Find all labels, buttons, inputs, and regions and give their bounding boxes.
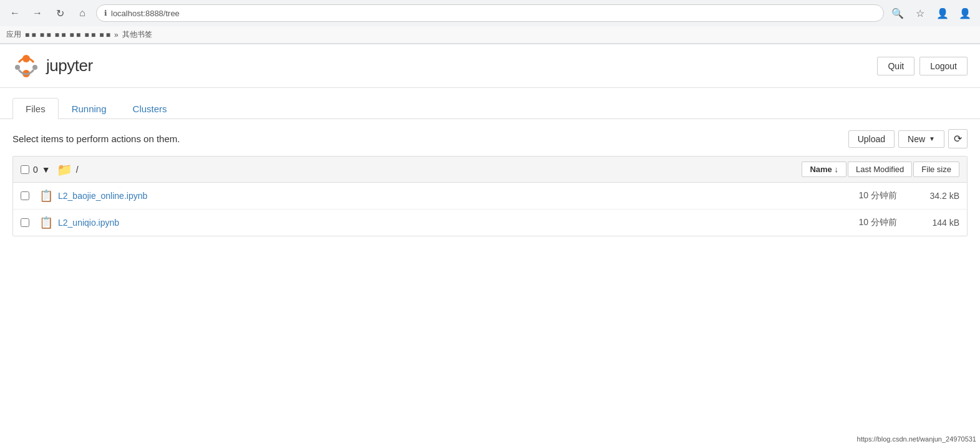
refresh-icon: ⟳: [954, 133, 962, 144]
path-area: 📁 /: [57, 162, 802, 177]
bookmark-icon[interactable]: ☆: [911, 4, 929, 22]
bookmark-5: ■ ■: [84, 31, 95, 39]
file-list-header-row: 0 ▼ 📁 / Name ↓ Last Modified File size: [13, 157, 967, 183]
svg-point-2: [15, 65, 20, 70]
bookmark-other: 其他书签: [122, 29, 152, 40]
sort-name-icon: ↓: [834, 165, 838, 174]
bookmarks-bar: 应用 ■ ■ ■ ■ ■ ■ ■ ■ ■ ■ ■ ■ » 其他书签: [0, 26, 980, 44]
browser-toolbar: ← → ↻ ⌂ ℹ localhost:8888/tree 🔍 ☆ 👤 👤: [0, 0, 980, 26]
sort-buttons: Name ↓ Last Modified File size: [802, 162, 959, 177]
bookmark-3: ■ ■: [55, 31, 66, 39]
upload-button[interactable]: Upload: [848, 130, 895, 148]
file-count: 0: [33, 165, 38, 175]
browser-chrome: ← → ↻ ⌂ ℹ localhost:8888/tree 🔍 ☆ 👤 👤 应用…: [0, 0, 980, 44]
home-button[interactable]: ⌂: [74, 4, 91, 22]
header-check-area: 0 ▼: [21, 165, 51, 175]
bookmark-1: ■ ■: [25, 31, 36, 39]
jupyter-header: jupyter Quit Logout: [0, 44, 980, 88]
address-bar[interactable]: ℹ localhost:8888/tree: [96, 4, 884, 22]
table-row: 📋 L2_uniqio.ipynb 10 分钟前 144 kB: [13, 210, 967, 236]
back-button[interactable]: ←: [6, 4, 24, 22]
svg-point-3: [32, 65, 37, 70]
jupyter-logo-icon: [12, 52, 40, 80]
file-modified-1: 10 分钟前: [785, 190, 897, 201]
forward-button[interactable]: →: [29, 4, 46, 22]
lock-icon: ℹ: [104, 9, 107, 17]
logout-button[interactable]: Logout: [919, 57, 968, 75]
select-info: Select items to perform actions on them.: [12, 133, 180, 144]
bookmark-2: ■ ■: [40, 31, 51, 39]
bookmark-apps: 应用: [6, 29, 21, 40]
file-browser: Select items to perform actions on them.…: [0, 119, 980, 246]
file-name-2[interactable]: L2_uniqio.ipynb: [58, 218, 785, 228]
search-icon[interactable]: 🔍: [889, 4, 906, 22]
notebook-icon-1: 📋: [39, 189, 53, 203]
folder-icon: 📁: [57, 162, 72, 177]
quit-button[interactable]: Quit: [877, 57, 915, 75]
tab-clusters[interactable]: Clusters: [120, 98, 180, 119]
sort-size-button[interactable]: File size: [913, 162, 959, 177]
refresh-button[interactable]: ⟳: [948, 129, 968, 148]
tabs-container: Files Running Clusters: [0, 88, 980, 119]
file-list: 0 ▼ 📁 / Name ↓ Last Modified File size 📋…: [12, 156, 968, 236]
sort-modified-button[interactable]: Last Modified: [848, 162, 912, 177]
sort-name-button[interactable]: Name ↓: [802, 162, 847, 177]
file-checkbox-1[interactable]: [21, 191, 29, 200]
file-checkbox-2[interactable]: [21, 218, 29, 227]
file-modified-2: 10 分钟前: [785, 217, 897, 228]
url-text: localhost:8888/tree: [111, 9, 180, 18]
action-buttons: Upload New ▼ ⟳: [848, 129, 968, 148]
tab-files[interactable]: Files: [12, 98, 59, 119]
bookmark-4: ■ ■: [70, 31, 81, 39]
bookmark-more: »: [114, 31, 119, 39]
bookmark-6: ■ ■: [99, 31, 110, 39]
new-button[interactable]: New ▼: [898, 130, 944, 148]
dropdown-icon[interactable]: ▼: [42, 165, 51, 175]
table-row: 📋 L2_baojie_online.ipynb 10 分钟前 34.2 kB: [13, 183, 967, 210]
notebook-icon-2: 📋: [39, 216, 53, 229]
reload-button[interactable]: ↻: [51, 4, 69, 22]
jupyter-logo: jupyter: [12, 52, 93, 80]
tab-running[interactable]: Running: [59, 98, 120, 119]
jupyter-logo-text: jupyter: [46, 56, 93, 75]
file-browser-header: Select items to perform actions on them.…: [12, 129, 968, 148]
file-size-1: 34.2 kB: [897, 191, 959, 201]
file-size-2: 144 kB: [897, 218, 959, 228]
new-label: New: [908, 134, 925, 144]
header-buttons: Quit Logout: [877, 57, 968, 75]
file-name-1[interactable]: L2_baojie_online.ipynb: [58, 191, 785, 201]
profile-icon[interactable]: 👤: [934, 4, 951, 22]
select-all-checkbox[interactable]: [21, 165, 29, 174]
dropdown-arrow-icon: ▼: [929, 135, 935, 142]
current-path: /: [76, 165, 79, 175]
account-icon[interactable]: 👤: [956, 4, 974, 22]
